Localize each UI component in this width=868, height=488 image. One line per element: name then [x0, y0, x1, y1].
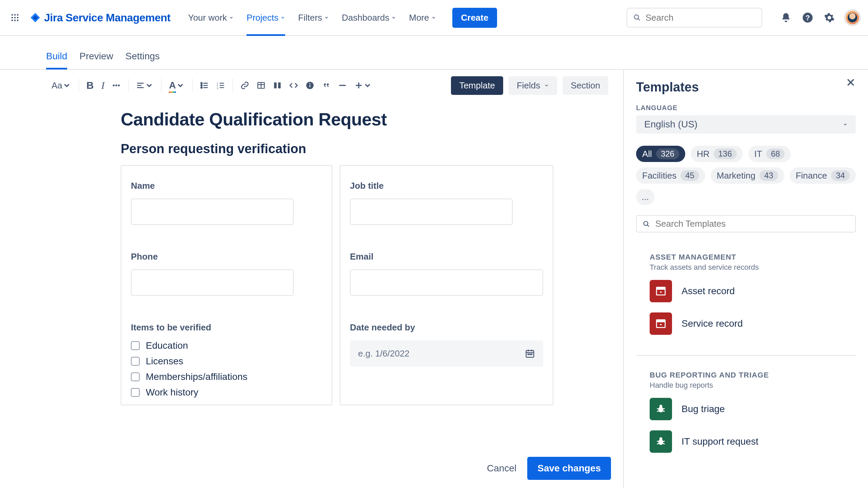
settings-icon[interactable] — [823, 12, 835, 24]
check-item[interactable]: Licenses — [131, 356, 322, 367]
chevron-down-icon — [431, 15, 436, 20]
template-section: ASSET MANAGEMENTTrack assets and service… — [636, 253, 856, 356]
filter-chip-finance[interactable]: Finance34 — [790, 167, 856, 184]
tab-preview[interactable]: Preview — [79, 51, 113, 69]
name-input[interactable] — [131, 199, 294, 225]
align-dropdown[interactable] — [136, 81, 154, 90]
global-search-input[interactable] — [645, 12, 755, 23]
tab-build[interactable]: Build — [46, 51, 67, 69]
create-button[interactable]: Create — [452, 8, 497, 28]
template-item[interactable]: IT support request — [650, 430, 856, 453]
search-icon — [633, 14, 641, 22]
layout-button[interactable] — [273, 81, 282, 90]
filter-chip-it[interactable]: IT68 — [748, 146, 791, 162]
link-button[interactable] — [240, 81, 249, 90]
search-icon — [643, 220, 650, 228]
email-input[interactable] — [350, 269, 543, 296]
svg-point-2 — [17, 14, 19, 16]
info-panel-button[interactable] — [305, 81, 314, 90]
checkbox[interactable] — [131, 372, 140, 381]
phone-input[interactable] — [131, 269, 294, 296]
fields-pill[interactable]: Fields — [509, 76, 557, 95]
jobtitle-label: Job title — [350, 181, 543, 191]
cancel-button[interactable]: Cancel — [487, 463, 516, 474]
jira-logo-icon — [30, 12, 41, 23]
template-section-desc: Track assets and service records — [650, 263, 856, 272]
divider-button[interactable] — [338, 81, 347, 90]
svg-rect-37 — [310, 85, 310, 87]
filter-chip-more[interactable]: ... — [636, 189, 654, 205]
filter-chip-hr[interactable]: HR136 — [691, 146, 743, 162]
layout-icon — [273, 81, 282, 90]
language-select[interactable]: English (US) — [636, 115, 856, 134]
check-item[interactable]: Work history — [131, 387, 322, 398]
text-color-dropdown[interactable]: A — [169, 80, 184, 91]
check-label: Education — [146, 340, 188, 351]
notifications-icon[interactable] — [780, 12, 792, 24]
insert-dropdown[interactable] — [354, 81, 372, 90]
numbered-list-button[interactable]: 123 — [216, 81, 225, 90]
chevron-down-icon — [324, 15, 329, 20]
nav-more[interactable]: More — [409, 0, 436, 35]
close-panel-button[interactable] — [846, 77, 856, 89]
check-item[interactable]: Memberships/affiliations — [131, 371, 322, 382]
text-style-dropdown[interactable]: Aa — [52, 80, 71, 91]
date-input[interactable]: e.g. 1/6/2022 — [350, 340, 543, 367]
help-icon[interactable]: ? — [802, 12, 814, 24]
template-item[interactable]: Bug triage — [650, 398, 856, 420]
global-search[interactable] — [627, 8, 762, 27]
user-avatar[interactable] — [845, 10, 860, 25]
svg-line-67 — [657, 441, 659, 442]
divider-icon — [338, 81, 347, 90]
svg-rect-35 — [278, 82, 281, 88]
chevron-down-icon — [145, 81, 154, 90]
section-pill[interactable]: Section — [563, 76, 608, 95]
filter-chip-marketing[interactable]: Marketing43 — [711, 167, 784, 184]
nav-dashboards[interactable]: Dashboards — [342, 0, 396, 35]
filter-chip-all[interactable]: All326 — [636, 146, 685, 162]
phone-label: Phone — [131, 251, 322, 262]
italic-button[interactable]: I — [101, 80, 104, 91]
doc-title[interactable]: Candidate Qualification Request — [121, 109, 553, 129]
svg-point-21 — [201, 87, 202, 88]
checkbox[interactable] — [131, 357, 140, 366]
save-button[interactable]: Save changes — [527, 457, 611, 480]
jobtitle-input[interactable] — [350, 199, 513, 225]
check-item[interactable]: Education — [131, 340, 322, 351]
template-item[interactable]: Asset record — [650, 280, 856, 302]
chevron-down-icon — [363, 81, 372, 90]
quote-button[interactable] — [322, 81, 331, 90]
svg-point-13 — [113, 84, 115, 86]
svg-line-10 — [638, 19, 640, 20]
template-search-input[interactable] — [655, 218, 849, 229]
nav-filters[interactable]: Filters — [298, 0, 329, 35]
bold-button[interactable]: B — [86, 80, 94, 91]
date-placeholder: e.g. 1/6/2022 — [358, 348, 410, 359]
svg-point-7 — [14, 20, 16, 21]
code-button[interactable] — [289, 81, 298, 90]
tab-settings[interactable]: Settings — [125, 51, 160, 69]
svg-text:?: ? — [805, 14, 810, 22]
template-pill[interactable]: Template — [451, 76, 503, 95]
box-icon — [650, 312, 672, 335]
svg-point-47 — [530, 354, 531, 355]
chevron-down-icon — [544, 83, 549, 88]
template-search[interactable] — [636, 215, 856, 232]
checkbox[interactable] — [131, 341, 140, 350]
svg-point-8 — [17, 20, 19, 21]
close-icon — [846, 77, 856, 87]
doc-subtitle[interactable]: Person requesting verification — [121, 142, 553, 156]
ellipsis-icon — [112, 81, 121, 90]
check-label: Work history — [146, 387, 198, 398]
app-switcher-icon[interactable] — [8, 11, 22, 24]
nav-projects[interactable]: Projects — [246, 0, 285, 35]
brand[interactable]: Jira Service Management — [30, 12, 171, 24]
more-formatting-button[interactable] — [112, 81, 121, 90]
form-right-card: Job title Email Date needed by e.g. 1/6/… — [340, 165, 553, 405]
filter-chip-facilities[interactable]: Facilities45 — [636, 167, 705, 184]
template-item[interactable]: Service record — [650, 312, 856, 335]
nav-your-work[interactable]: Your work — [188, 0, 234, 35]
bullet-list-button[interactable] — [200, 81, 209, 90]
table-button[interactable] — [257, 81, 265, 90]
checkbox[interactable] — [131, 388, 140, 397]
